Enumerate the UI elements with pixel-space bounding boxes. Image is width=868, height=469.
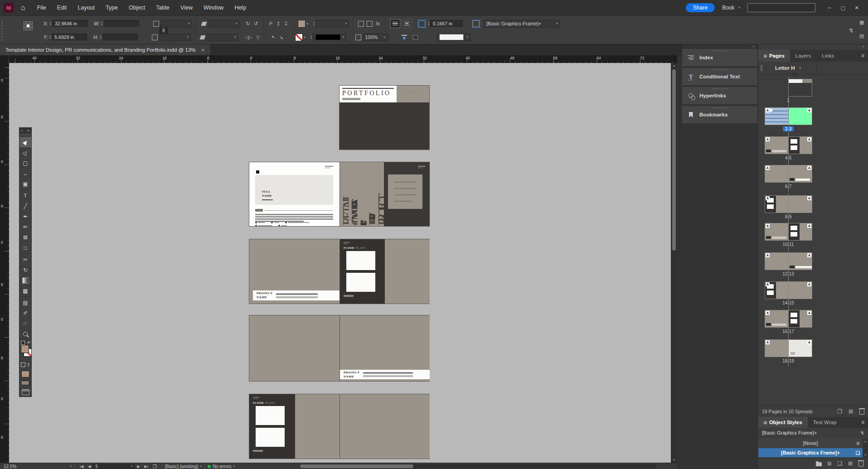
bookmarks-panel-button[interactable]: Bookmarks — [682, 106, 757, 123]
effects-icon[interactable]: fx — [376, 21, 380, 26]
share-button[interactable]: Share — [686, 3, 715, 12]
opacity-combo[interactable]: 100%▸ — [363, 34, 389, 41]
tab-text-wrap[interactable]: Text Wrap — [808, 417, 842, 428]
fill-expander-icon[interactable]: ▸ — [307, 22, 309, 25]
spread-cover[interactable]: PORTFOLIO — [339, 86, 429, 150]
corner-options-icon[interactable] — [358, 21, 364, 27]
quick-apply-icon[interactable]: ↯ — [860, 430, 864, 436]
page-thumb-13[interactable]: A — [789, 253, 812, 270]
wrap-offset-stepper[interactable]: ▴▾ — [428, 21, 429, 26]
zoom-level-combo[interactable]: 12.5% ▾ — [0, 464, 72, 469]
w-stepper[interactable]: ▴▾ — [102, 21, 103, 26]
scissors-tool[interactable]: ✂ — [19, 254, 31, 265]
vertical-scrollbar[interactable]: ▴ ▾ — [671, 63, 677, 463]
stroke-weight-stepper[interactable]: ▴▾ — [313, 21, 315, 26]
select-next-icon[interactable]: ↧ — [284, 21, 288, 27]
content-collector-tool[interactable]: ▣ — [19, 179, 31, 189]
publish-icon[interactable]: ▤ — [859, 33, 864, 39]
toolbar-collapse-icon[interactable]: » — [21, 129, 23, 133]
pencil-tool[interactable]: ✏ — [19, 222, 31, 232]
scroll-up-icon[interactable]: ▴ — [863, 439, 868, 443]
book-dropdown[interactable]: Book▾ — [722, 5, 740, 11]
page-grid-icon[interactable]: ❐ — [153, 464, 157, 469]
select-content-icon[interactable]: ↖ — [271, 34, 275, 40]
page-thumb-10[interactable]: A — [765, 223, 788, 240]
collapse-panels-icon[interactable]: « — [753, 44, 755, 48]
preflight-profile[interactable]: [Basic] (working) — [165, 464, 199, 469]
h-field[interactable] — [102, 34, 138, 41]
document-tab[interactable]: Template Interior Design, PR communicati… — [0, 44, 210, 55]
panel-menu-icon[interactable]: ≡ — [861, 50, 868, 62]
spread-row-4-5[interactable]: A A 4-5 — [758, 137, 868, 162]
page-thumb-17[interactable]: A — [789, 310, 812, 327]
flip-vertical-icon[interactable]: ▽ — [256, 34, 260, 40]
edit-page-size-icon[interactable]: ❐ — [837, 408, 842, 415]
formatting-affects-container[interactable]: T — [19, 360, 31, 369]
hand-tool[interactable]: ☞ — [19, 318, 31, 329]
gap-tool[interactable]: ↔ — [19, 168, 31, 179]
menu-edit[interactable]: Edit — [57, 5, 67, 11]
flip-horizontal-icon[interactable]: ◁▷ — [245, 34, 252, 40]
index-panel-button[interactable]: Index — [682, 49, 757, 66]
master-page-row[interactable]: Letter H ▾ — [758, 62, 868, 75]
page-thumb-14[interactable]: A — [765, 282, 788, 299]
gradient-tool[interactable] — [19, 275, 31, 285]
expand-dock-icon[interactable]: » — [863, 44, 864, 48]
x-stepper[interactable]: ▴▾ — [50, 21, 51, 26]
spread-row-14-15[interactable]: A A 14-15 — [758, 282, 868, 307]
frame-tool[interactable]: ⊠ — [19, 232, 31, 242]
spread-row-6-7[interactable]: A A 6-7 — [758, 165, 868, 191]
spread-6-7[interactable]: PROJECT NAME — [249, 315, 429, 381]
transparency-icon[interactable] — [400, 33, 409, 41]
home-icon[interactable]: ⌂ — [21, 4, 25, 12]
menu-table[interactable]: Table — [156, 5, 170, 11]
spread-row-16-17[interactable]: A A 16-17 — [758, 310, 868, 336]
page-thumb-9[interactable]: A — [789, 196, 812, 213]
select-previous-icon[interactable]: ↥ — [276, 21, 280, 27]
close-button[interactable]: ✕ — [850, 5, 863, 11]
scroll-down-icon[interactable]: ▾ — [863, 453, 868, 457]
object-style-combo[interactable]: [Basic Graphics Frame]+▾ — [484, 20, 560, 28]
scale-y-combo[interactable]: ▾ — [159, 34, 191, 41]
fill-swatch[interactable] — [298, 20, 305, 28]
create-style-icon[interactable]: ⧉ — [828, 460, 832, 467]
first-page-button[interactable]: |◀ — [80, 464, 83, 469]
page-thumb-11[interactable]: A — [789, 223, 812, 240]
style-row-basic-graphics-frame[interactable]: [Basic Graphics Frame]+ ❏ — [758, 448, 863, 457]
wrap-around-icon[interactable] — [402, 19, 412, 28]
drop-shadow-icon[interactable] — [411, 33, 420, 41]
break-link-icon[interactable]: ❏ — [837, 460, 842, 467]
flip-from-icon[interactable] — [152, 34, 158, 40]
rectangle-tool[interactable]: □ — [19, 242, 31, 253]
style-row-none[interactable]: [None] ⊘ — [758, 439, 863, 448]
previous-page-button[interactable]: ◀ — [88, 464, 91, 469]
last-page-button[interactable]: ▶| — [145, 464, 148, 469]
scale-x-combo[interactable]: ▾ — [160, 20, 192, 28]
no-text-wrap-icon[interactable] — [390, 19, 400, 28]
page-thumb-3[interactable]: A — [789, 108, 812, 125]
default-fill-stroke-icon[interactable] — [21, 341, 25, 345]
stroke-weight-combo[interactable]: ▾ — [315, 20, 349, 28]
new-spread-icon[interactable]: ⊞ — [849, 408, 853, 415]
eyedropper-tool[interactable]: ✐ — [19, 308, 31, 318]
gradient-feather-tool[interactable]: ▩ — [19, 285, 31, 296]
direct-selection-tool[interactable]: ▷ — [19, 147, 31, 158]
page-thumb-18[interactable]: A — [765, 340, 788, 357]
tab-links[interactable]: Links — [816, 50, 839, 62]
y-field[interactable]: 5.6929 in — [52, 34, 87, 41]
scroll-up-icon[interactable]: ▴ — [671, 64, 677, 68]
free-transform-tool[interactable]: ↻ — [19, 265, 31, 275]
stroke-style-combo[interactable]: ▾ — [313, 34, 346, 41]
tab-pages[interactable]: ◇Pages — [758, 50, 790, 62]
restore-button[interactable]: ▢ — [836, 5, 850, 11]
page-thumb-8[interactable]: A — [765, 196, 788, 213]
styles-scrollbar[interactable]: ▴ ▾ — [863, 439, 868, 458]
delete-page-icon[interactable] — [859, 410, 864, 415]
fill-color-well[interactable] — [21, 345, 29, 353]
spread-row-8-9[interactable]: A A 8-9 — [758, 196, 868, 221]
y-stepper[interactable]: ▴▾ — [49, 35, 51, 39]
shear-combo[interactable]: ▾ — [208, 20, 240, 28]
preflight-status[interactable]: No errors — [213, 464, 232, 469]
vscroll-thumb[interactable] — [672, 69, 676, 251]
horizontal-scrollbar[interactable] — [299, 464, 656, 469]
